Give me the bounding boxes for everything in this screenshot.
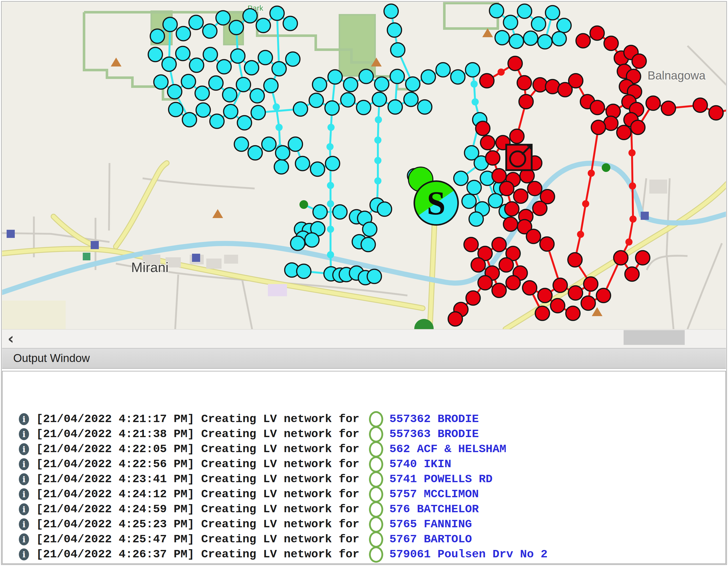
red-network-node[interactable]	[492, 283, 506, 298]
cyan-network-node[interactable]	[168, 85, 182, 99]
cyan-network-node[interactable]	[181, 74, 196, 89]
red-network-node[interactable]	[492, 169, 506, 183]
network-circle-icon[interactable]	[369, 441, 383, 458]
red-network-node[interactable]	[480, 74, 494, 88]
red-network-node[interactable]	[636, 251, 650, 265]
cyan-network-node[interactable]	[495, 31, 509, 45]
output-window-titlebar[interactable]: Output Window	[2, 348, 726, 369]
network-link[interactable]: 5767 BARTOLO	[389, 533, 472, 546]
network-circle-icon[interactable]	[369, 531, 383, 548]
cyan-network-node[interactable]	[467, 180, 481, 194]
cyan-network-node[interactable]	[341, 93, 355, 107]
scrollbar-thumb[interactable]	[624, 330, 685, 345]
cyan-network-node[interactable]	[293, 102, 308, 116]
cyan-network-node[interactable]	[209, 76, 223, 90]
red-network-node[interactable]	[538, 289, 552, 303]
cyan-network-node[interactable]	[361, 237, 375, 252]
cyan-network-node[interactable]	[454, 171, 468, 185]
cyan-network-node[interactable]	[210, 114, 224, 128]
cyan-network-node[interactable]	[325, 156, 340, 171]
cyan-network-node[interactable]	[524, 31, 538, 45]
cyan-network-node[interactable]	[325, 101, 339, 115]
red-network-node[interactable]	[476, 121, 490, 135]
red-network-node[interactable]	[631, 120, 645, 134]
red-network-node[interactable]	[471, 258, 485, 272]
red-network-node[interactable]	[617, 125, 631, 140]
cyan-network-node[interactable]	[203, 47, 217, 62]
cyan-network-node[interactable]	[375, 77, 389, 91]
cyan-network-node[interactable]	[286, 52, 300, 66]
cyan-network-node[interactable]	[297, 264, 311, 278]
network-circle-icon[interactable]	[369, 546, 383, 563]
red-network-node[interactable]	[533, 201, 547, 215]
cyan-network-node[interactable]	[243, 9, 257, 23]
cyan-network-node[interactable]	[251, 105, 265, 120]
red-network-node[interactable]	[508, 56, 522, 71]
red-network-node[interactable]	[596, 289, 611, 303]
cyan-network-node[interactable]	[182, 113, 197, 127]
cyan-network-node[interactable]	[312, 77, 327, 92]
scrollbar-left-arrow-icon[interactable]: ‹	[8, 330, 14, 348]
red-network-node[interactable]	[448, 312, 462, 326]
map-horizontal-scrollbar[interactable]: ‹	[2, 329, 726, 348]
network-link[interactable]: 5740 IKIN	[389, 458, 451, 471]
red-network-node[interactable]	[528, 181, 542, 196]
cyan-network-node[interactable]	[162, 57, 176, 71]
cyan-network-node[interactable]	[390, 69, 404, 84]
cyan-network-node[interactable]	[359, 69, 373, 84]
output-window-log[interactable]: i [21/04/2022 4:21:17 PM] Creating LV ne…	[2, 371, 726, 564]
cyan-network-node[interactable]	[372, 92, 387, 106]
cyan-network-node[interactable]	[367, 269, 381, 284]
red-network-node[interactable]	[480, 135, 495, 150]
cyan-network-node[interactable]	[356, 100, 371, 115]
cyan-network-node[interactable]	[203, 24, 217, 38]
cyan-network-node[interactable]	[288, 137, 303, 151]
network-link[interactable]: 5765 FANNING	[389, 518, 472, 531]
cyan-network-node[interactable]	[148, 47, 162, 62]
cyan-network-node[interactable]	[538, 35, 552, 49]
cyan-network-node[interactable]	[503, 15, 518, 30]
red-network-node[interactable]	[590, 26, 604, 40]
network-link[interactable]: 5757 MCCLIMON	[389, 488, 479, 501]
cyan-network-node[interactable]	[169, 102, 183, 117]
red-network-node[interactable]	[625, 267, 639, 281]
cyan-network-node[interactable]	[488, 193, 503, 208]
red-network-node[interactable]	[614, 251, 628, 265]
network-link[interactable]: 579061 Poulsen Drv No 2	[389, 548, 547, 561]
network-circle-icon[interactable]	[369, 456, 383, 473]
cyan-network-node[interactable]	[258, 50, 272, 65]
cyan-network-node[interactable]	[224, 104, 238, 119]
cyan-network-node[interactable]	[406, 77, 420, 91]
red-network-node[interactable]	[661, 101, 676, 115]
red-network-node[interactable]	[523, 281, 537, 295]
cyan-network-node[interactable]	[237, 116, 252, 130]
cyan-network-node[interactable]	[154, 75, 168, 89]
red-network-node[interactable]	[568, 253, 582, 267]
cyan-network-node[interactable]	[291, 236, 305, 250]
cyan-network-node[interactable]	[176, 46, 190, 61]
cyan-network-node[interactable]	[276, 146, 290, 160]
red-network-node[interactable]	[576, 34, 590, 48]
cyan-network-node[interactable]	[557, 18, 571, 33]
network-circle-icon[interactable]	[369, 516, 383, 533]
red-network-node[interactable]	[535, 306, 550, 321]
red-network-node[interactable]	[709, 106, 723, 120]
network-circle-icon[interactable]	[369, 426, 383, 443]
cyan-network-node[interactable]	[333, 205, 347, 219]
cyan-network-node[interactable]	[465, 63, 480, 77]
network-link[interactable]: 557363 BRODIE	[389, 428, 479, 441]
cyan-network-node[interactable]	[388, 100, 402, 114]
red-network-node[interactable]	[584, 277, 598, 291]
cyan-network-node[interactable]	[421, 70, 435, 84]
cyan-network-node[interactable]	[552, 32, 566, 46]
red-network-node[interactable]	[540, 237, 554, 251]
cyan-network-node[interactable]	[256, 18, 270, 33]
cyan-network-node[interactable]	[384, 4, 398, 18]
red-network-node[interactable]	[466, 291, 480, 305]
red-network-node[interactable]	[464, 237, 478, 252]
red-network-node[interactable]	[693, 98, 707, 112]
network-link[interactable]: 562 ACF & HELSHAM	[389, 443, 506, 456]
cyan-network-node[interactable]	[264, 78, 278, 93]
red-network-node[interactable]	[506, 275, 520, 290]
cyan-network-node[interactable]	[489, 4, 504, 18]
